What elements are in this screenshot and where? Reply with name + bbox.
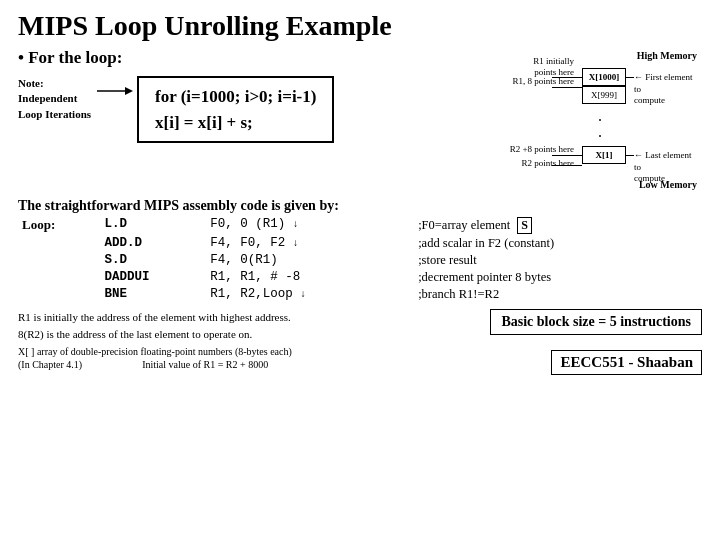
note-line1: Note: [18,76,91,91]
args-2: F4, 0(R1) [206,252,414,269]
down-arrow-4: ↓ [300,289,306,300]
code-line2: x[i] = x[i] + s; [155,110,316,136]
note-box: Note: Independent Loop Iterations [18,76,91,122]
footer-left: X[ ] array of double-precision floating-… [18,346,531,370]
eecc-box: EECC551 - Shaaban [551,350,702,375]
x-array-note: X[ ] array of double-precision floating-… [18,346,531,357]
mem-last-element: ← Last element to compute [634,150,697,185]
instr-1: ADD.D [100,235,206,252]
instr-2: S.D [100,252,206,269]
svg-marker-1 [125,87,133,95]
r1-note: R1 is initially the address of the eleme… [18,309,476,326]
loop-label: Loop: [18,216,100,235]
mem-line-top [552,77,582,78]
table-row: Loop: L.D F0, 0 (R1) ↓ ;F0=array element… [18,216,702,235]
comment-3: ;decrement pointer 8 bytes [414,269,702,286]
mem-line-bottom2 [552,165,582,166]
s-badge: S [517,217,532,234]
note-arrow-icon [97,84,133,98]
mem-right-line-top [626,77,634,78]
mem-r2-points: R2 points here [502,158,574,169]
mem-r2-delta: R2 +8 points here [502,144,574,155]
footer-initial-value: Initial value of R1 = R2 + 8000 [142,359,268,370]
mem-line-top2 [552,87,582,88]
note-line2: Independent [18,91,91,106]
footer-row: X[ ] array of double-precision floating-… [18,346,702,375]
code-box: for (i=1000; i>0; i=i-1) x[i] = x[i] + s… [137,76,334,143]
comment-2: ;store result [414,252,702,269]
assembly-intro: The straightforward MIPS assembly code i… [18,198,702,214]
comment-1: ;add scalar in F2 (constant) [414,235,702,252]
down-arrow-1: ↓ [293,238,299,249]
instr-4: BNE [100,286,206,303]
label-2 [18,252,100,269]
mem-box-x1: X[1] [582,146,626,164]
basic-block-box: Basic block size = 5 instructions [490,309,702,335]
note-line3: Loop Iterations [18,107,91,122]
table-row: ADD.D F4, F0, F2 ↓ ;add scalar in F2 (co… [18,235,702,252]
memory-diagram-container: High Memory Low Memory R1 initially poin… [502,48,702,190]
instr-0: L.D [100,216,206,235]
mem-box-x999: X[999] [582,86,626,104]
code-line1: for (i=1000; i>0; i=i-1) [155,84,316,110]
table-row: S.D F4, 0(R1) ;store result [18,252,702,269]
page-title: MIPS Loop Unrolling Example [18,10,702,42]
memory-diagram: High Memory Low Memory R1 initially poin… [502,50,697,190]
label-4 [18,286,100,303]
mem-line-bottom [552,155,582,156]
instr-3: DADDUI [100,269,206,286]
comment-4: ;branch R1!=R2 [414,286,702,303]
down-arrow-0: ↓ [293,219,299,230]
args-3: R1, R1, # -8 [206,269,414,286]
comment-0: ;F0=array element S [414,216,702,235]
table-row: DADDUI R1, R1, # -8 ;decrement pointer 8… [18,269,702,286]
label-3 [18,269,100,286]
mem-first-element: ← First element to compute [634,72,697,107]
args-4: R1, R2,Loop ↓ [206,286,414,303]
bottom-left: R1 is initially the address of the eleme… [18,309,476,342]
footer-chapter: (In Chapter 4.1) [18,359,82,370]
mem-box-x1000: X[1000] [582,68,626,86]
table-row: BNE R1, R2,Loop ↓ ;branch R1!=R2 [18,286,702,303]
bullet-symbol: • [18,48,28,67]
bottom-section: R1 is initially the address of the eleme… [18,309,702,342]
label-1 [18,235,100,252]
for-loop-label: • For the loop: [18,48,502,68]
assembly-table: Loop: L.D F0, 0 (R1) ↓ ;F0=array element… [18,216,702,303]
mem-high-label: High Memory [637,50,697,61]
mem-right-line-bottom [626,155,634,156]
r2-note: 8(R2) is the address of the last element… [18,326,476,343]
mem-r1-initially: R1 initially points here [502,56,574,78]
args-0: F0, 0 (R1) ↓ [206,216,414,235]
args-1: F4, F0, F2 ↓ [206,235,414,252]
bullet-text: For the loop: [28,48,122,67]
